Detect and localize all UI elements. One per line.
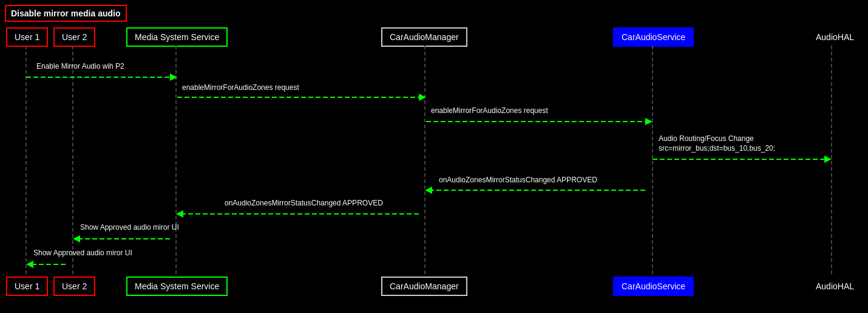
svg-marker-13 bbox=[824, 156, 832, 163]
msg8-label: Show Approved audio miror UI bbox=[33, 249, 132, 257]
msg7-label: Show Approved audio miror UI bbox=[80, 223, 179, 232]
msg2-label: enableMirrorForAudioZones request bbox=[182, 83, 299, 92]
msg5-label: onAudioZonesMirrorStatusChanged APPROVED bbox=[439, 176, 597, 184]
svg-marker-7 bbox=[170, 74, 177, 81]
msg3-label: enableMirrorForAudioZones request bbox=[431, 106, 548, 115]
msg1-label: Enable Mirror Audio wih P2 bbox=[36, 62, 124, 71]
diagram-container: Disable mirror media audio User 1 User 2… bbox=[0, 0, 868, 313]
svg-marker-21 bbox=[26, 261, 33, 268]
svg-marker-11 bbox=[645, 118, 653, 125]
svg-marker-17 bbox=[176, 210, 183, 218]
msg4-label-line2: src=mirror_bus;dst=bus_10,bus_20; bbox=[659, 144, 775, 153]
msg4-label-line1: Audio Routing/Focus Change bbox=[659, 134, 754, 143]
diagram-svg: Enable Mirror Audio wih P2 enableMirrorF… bbox=[0, 0, 868, 313]
svg-marker-15 bbox=[425, 187, 432, 194]
msg6-label: onAudioZonesMirrorStatusChanged APPROVED bbox=[225, 199, 383, 207]
svg-marker-19 bbox=[73, 235, 80, 242]
